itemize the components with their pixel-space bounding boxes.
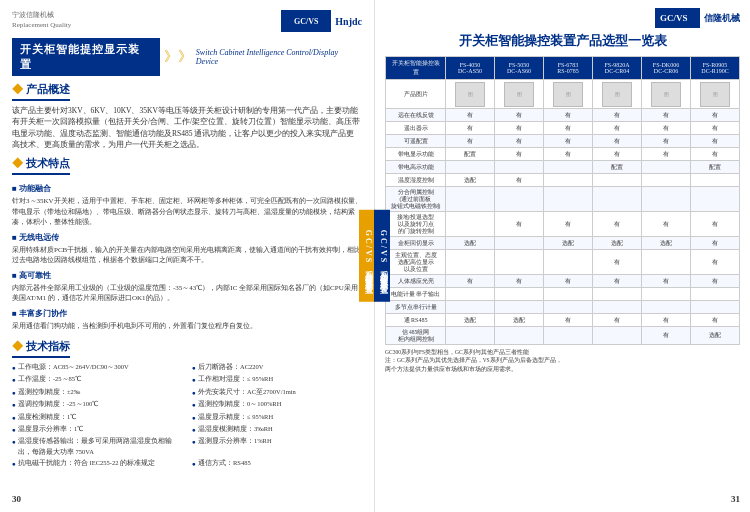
spec-item: ● 温度显示精度：≤ 95%RH [192, 412, 362, 423]
specs-grid: ● 工作电源：AC85～264V/DC90～300V ● 后刀断路器：AC220… [12, 362, 362, 470]
title-section: 开关柜智能提控显示装置 》》 Switch Cabinet Intelligen… [12, 38, 362, 76]
cell [495, 288, 544, 301]
table-row: 带电显示功能 配置 有 有 有 有 有 [386, 148, 740, 161]
side-text-left: GC/VS系列模拟量显示装置 [362, 230, 373, 282]
cell: 有 [642, 314, 691, 327]
table-row: 温度湿度控制 选配 有 [386, 174, 740, 187]
bullet: ● [192, 363, 196, 373]
cell: 有 [691, 122, 740, 135]
right-header: GC/VS 信隆机械 [385, 8, 740, 28]
cell [544, 174, 593, 187]
tech-content-3: 内部元器件全部采用工业级的（工业级的温度范围：-35～43℃），内部IC 全部采… [12, 283, 362, 304]
tech-feature-4: ■ 丰富多门协作 采用通信看门狗功能，当检测到手机电到不可用的，外置看门复位程序… [12, 308, 362, 332]
bullet: ● [12, 459, 16, 469]
cell [642, 161, 691, 174]
cell: 有 [446, 135, 495, 148]
table-row: 产品图片 图 图 图 图 图 图 [386, 80, 740, 109]
cell [446, 250, 495, 275]
cell: 有 [495, 174, 544, 187]
cell: 有 [642, 275, 691, 288]
table-row: 通 RS485 选配 选配 有 有 有 有 [386, 314, 740, 327]
feature-label: 分合闸属控制(通过前面板旋钮式电磁铁控制) [386, 187, 446, 212]
notes: GC300系列与FS类型相当，GC系列与其他产品三者性能 注：GC系列产品为其优… [385, 348, 740, 373]
bullet: ● [12, 363, 16, 373]
cell: 有 [544, 148, 593, 161]
cell: 有 [691, 148, 740, 161]
cell: 有 [495, 109, 544, 122]
left-page: 宁波信隆机械 Replacement Quality GC/VS Hnjdc 开… [0, 0, 375, 512]
cell: 有 [593, 109, 642, 122]
bullet: ● [192, 375, 196, 385]
company-info: 宁波信隆机械 Replacement Quality [12, 11, 71, 31]
cell [495, 187, 544, 212]
table-row: 接地/投退选型以及旋转刀点的门旋转控制 有 有 有 有 有 [386, 212, 740, 237]
table-header-m4: FS-9820ADC-CR04 [593, 57, 642, 80]
title-zh: 开关柜智能提控显示装置 [12, 38, 160, 76]
cell [593, 288, 642, 301]
left-header: 宁波信隆机械 Replacement Quality GC/VS Hnjdc [12, 10, 362, 32]
table-row: 人体感应光亮 有 有 有 有 有 有 [386, 275, 740, 288]
spec-text: 遥测显示分辨率：1%RH [198, 436, 272, 446]
cell [495, 161, 544, 174]
cell: 有 [691, 314, 740, 327]
spec-text: 遥调控制精度：-25～100℃ [18, 399, 98, 409]
cell: 有 [446, 109, 495, 122]
product-table: 开关柜智能操控装置 FS-4050DC-AS50 FS-5050DC-AS60 … [385, 56, 740, 345]
cell: 选配 [495, 314, 544, 327]
cell [446, 327, 495, 345]
right-page: GC/VS 信隆机械 开关柜智能操控装置产品选型一览表 开关柜智能操控装置 FS… [375, 0, 750, 512]
cell: 配置 [691, 161, 740, 174]
spec-text: 抗电磁干扰能力：符合 IEC255-22 的标准规定 [18, 458, 155, 468]
side-text-right: GC/VS系列模拟量显示装置 [377, 230, 388, 282]
cell: 有 [544, 314, 593, 327]
img-placeholder: 图 [553, 82, 583, 107]
cell [495, 327, 544, 345]
bullet: ● [12, 425, 16, 435]
cell [642, 174, 691, 187]
spec-item: ● 温湿度模测精度：3‰RH [192, 424, 362, 435]
bullet: ● [12, 437, 16, 447]
product-img-3: 图 [544, 80, 593, 109]
tech-content-4: 采用通信看门狗功能，当检测到手机电到不可用的，外置看门复位程序自复位。 [12, 321, 362, 332]
cell: 有 [691, 275, 740, 288]
table-header-feature: 开关柜智能操控装置 [386, 57, 446, 80]
spec-item: ● 遥测控制精度：±2‰ [12, 387, 182, 398]
note-3: 两个方法提供力量供应市场线和市场的应用需求。 [385, 365, 740, 373]
feature-label: 远在在线反馈 [386, 109, 446, 122]
product-img-6: 图 [691, 80, 740, 109]
cell: 有 [544, 109, 593, 122]
cell: 有 [593, 275, 642, 288]
cell: 有 [642, 148, 691, 161]
tech-feature-3: ■ 高可靠性 内部元器件全部采用工业级的（工业级的温度范围：-35～43℃），内… [12, 270, 362, 304]
cell [495, 237, 544, 250]
table-row: 主观位置、态度选配高位显示以及位置 有 有 [386, 250, 740, 275]
right-logo-text: GC/VS [658, 9, 698, 27]
img-placeholder: 图 [602, 82, 632, 107]
cell: 有 [544, 275, 593, 288]
right-brand: 信隆机械 [704, 12, 740, 25]
overview-text: 该产品主要针对3KV、6KV、10KV、35KV等电压等级开关柜设计研制的专用第… [12, 105, 362, 150]
spec-text: 工作电源：AC85～264V/DC90～300V [18, 362, 129, 372]
cell: 有 [642, 212, 691, 237]
logo-box: GC/VS [281, 10, 331, 32]
spec-text: 遥测控制精度：0～100%RH [198, 399, 281, 409]
cell: 有 [446, 122, 495, 135]
svg-text:GC/VS: GC/VS [660, 13, 688, 23]
tech-content-1: 针对3～35KV开关柜，适用于中置柜、手车柜、固定柜、环网柜等多种柜体，可完全匹… [12, 196, 362, 228]
note-2: 注：GC系列产品为其优先选择产品，VS系列产品为后备选型产品， [385, 356, 740, 364]
bullet: ● [12, 413, 16, 423]
table-row: 分合闸属控制(通过前面板旋钮式电磁铁控制) [386, 187, 740, 212]
spec-item: ● 温湿度传感器输出：最多可采用两路温湿度负相输出，每路最大功率 750VA [12, 436, 182, 457]
logo-right: GC/VS 信隆机械 [655, 8, 740, 28]
bullet: ● [192, 413, 196, 423]
bullet: ● [12, 388, 16, 398]
cell [446, 301, 495, 314]
arrow-decoration: 》》 [164, 48, 192, 66]
brand-name: Hnjdc [335, 16, 362, 27]
table-row: 信 485组网柜内组网控制 有 选配 [386, 327, 740, 345]
table-row: 遥出器示 有 有 有 有 有 有 [386, 122, 740, 135]
tech-sub-3: ■ 高可靠性 [12, 270, 362, 281]
table-header-m5: FS-DK006DC-CR06 [642, 57, 691, 80]
product-img-4: 图 [593, 80, 642, 109]
cell [446, 288, 495, 301]
